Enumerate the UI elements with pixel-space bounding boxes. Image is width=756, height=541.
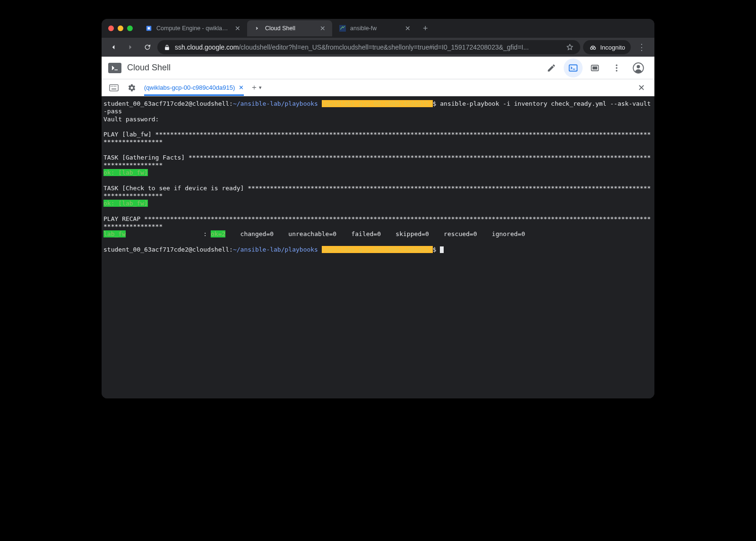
svg-point-9 — [616, 67, 617, 68]
terminal-tab[interactable]: (qwiklabs-gcp-00-c989c40da915) ✕ — [144, 79, 244, 96]
tab-label: Cloud Shell — [265, 25, 316, 32]
recap-sep: PLAY RECAP *****************************… — [103, 215, 651, 230]
tab-ansible-fw[interactable]: ansible-fw ✕ — [332, 20, 417, 36]
gce-icon — [145, 25, 153, 32]
svg-point-10 — [616, 70, 617, 71]
svg-rect-15 — [112, 85, 113, 86]
svg-rect-17 — [115, 85, 116, 86]
editor-button[interactable] — [542, 59, 561, 77]
close-icon[interactable]: ✕ — [320, 25, 326, 32]
settings-gear-icon[interactable] — [126, 84, 137, 92]
svg-rect-5 — [569, 65, 577, 71]
close-terminal-panel-button[interactable]: ✕ — [635, 83, 648, 93]
back-button[interactable] — [106, 40, 120, 54]
svg-rect-2 — [339, 25, 346, 32]
terminal-cursor — [440, 246, 444, 253]
svg-point-4 — [593, 47, 596, 50]
task2-sep: TASK [Check to see if device is ready] *… — [103, 185, 651, 199]
more-options-button[interactable] — [607, 59, 626, 77]
svg-point-12 — [637, 65, 640, 68]
terminal-output[interactable]: student_00_63acf717cde2@cloudshell:~/ans… — [102, 96, 654, 398]
cloudshell-actions — [542, 59, 648, 77]
browser-window: Compute Engine - qwiklabs-gc ✕ Cloud She… — [102, 19, 654, 398]
minimize-window-button[interactable] — [118, 25, 123, 31]
lock-icon — [164, 44, 170, 51]
incognito-icon — [589, 43, 597, 51]
cloudshell-logo-icon — [108, 63, 121, 73]
svg-rect-1 — [148, 27, 150, 30]
close-window-button[interactable] — [108, 25, 114, 31]
cloudshell-title: Cloud Shell — [127, 63, 171, 73]
play-sep: PLAY [lab_fw] **************************… — [103, 131, 651, 145]
browser-tabs: Compute Engine - qwiklabs-gc ✕ Cloud She… — [138, 19, 648, 38]
chrome-menu-button[interactable]: ⋮ — [634, 42, 650, 52]
close-icon[interactable]: ✕ — [239, 84, 244, 91]
url-text: ssh.cloud.google.com/cloudshell/editor?h… — [175, 43, 561, 51]
incognito-label: Incognito — [600, 44, 625, 51]
tab-cloud-shell[interactable]: Cloud Shell ✕ — [247, 20, 332, 36]
new-tab-button[interactable]: + — [417, 24, 434, 34]
cloudshell-icon — [254, 25, 261, 32]
close-icon[interactable]: ✕ — [235, 25, 241, 32]
tab-compute-engine[interactable]: Compute Engine - qwiklabs-gc ✕ — [138, 20, 247, 36]
incognito-indicator: Incognito — [583, 40, 631, 54]
terminal-tabs: (qwiklabs-gcp-00-c989c40da915) ✕ ＋ ▾ ✕ — [102, 79, 654, 96]
bookmark-star-icon[interactable] — [566, 43, 574, 51]
svg-rect-18 — [112, 88, 116, 89]
keyboard-icon[interactable] — [108, 84, 120, 92]
svg-rect-16 — [114, 85, 115, 86]
panw-icon — [339, 25, 346, 32]
terminal-tab-label: (qwiklabs-gcp-00-c989c40da915) — [144, 84, 235, 91]
svg-point-8 — [616, 64, 617, 66]
zoom-window-button[interactable] — [127, 25, 133, 31]
account-button[interactable] — [629, 59, 648, 77]
svg-rect-7 — [593, 66, 597, 69]
titlebar: Compute Engine - qwiklabs-gc ✕ Cloud She… — [102, 19, 654, 38]
task-sep: TASK [Gathering Facts] *****************… — [103, 154, 651, 169]
url-input[interactable]: ssh.cloud.google.com/cloudshell/editor?h… — [157, 40, 580, 54]
window-controls — [108, 25, 133, 31]
reload-button[interactable] — [140, 40, 155, 54]
forward-button[interactable] — [123, 40, 137, 54]
svg-rect-14 — [111, 85, 112, 86]
svg-rect-13 — [110, 85, 118, 91]
open-terminal-button[interactable] — [564, 59, 583, 77]
add-terminal-tab-button[interactable]: ＋ ▾ — [250, 83, 262, 93]
new-window-button[interactable] — [585, 59, 604, 77]
cloudshell-header: Cloud Shell — [102, 57, 654, 79]
close-icon[interactable]: ✕ — [405, 25, 411, 32]
tab-label: ansible-fw — [350, 25, 401, 32]
svg-point-3 — [591, 47, 593, 50]
address-bar: ssh.cloud.google.com/cloudshell/editor?h… — [102, 38, 654, 57]
tab-label: Compute Engine - qwiklabs-gc — [156, 25, 231, 32]
